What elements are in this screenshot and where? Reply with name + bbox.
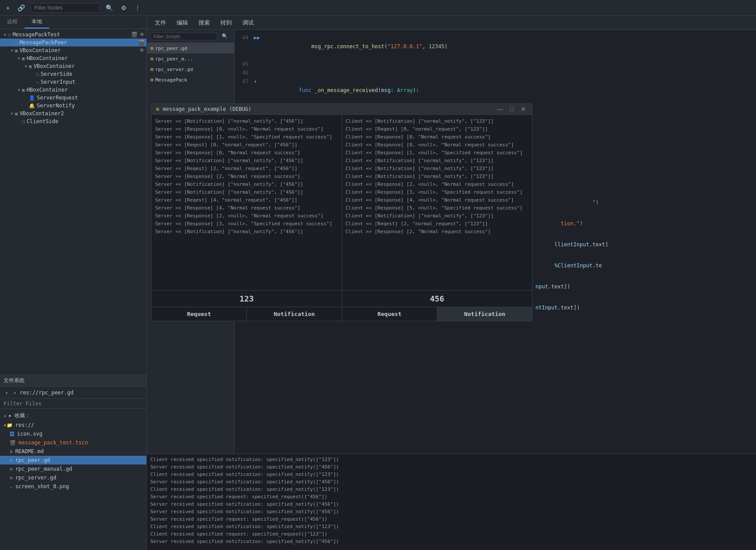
tree-item-hboxcontainer1[interactable]: ▾ ▣ HBoxContainer — [0, 54, 146, 62]
more-button[interactable]: ⋮ — [132, 3, 143, 13]
menu-file[interactable]: 文件 — [150, 17, 170, 28]
tree-item-hboxcontainer2[interactable]: ▾ ▣ HBoxContainer — [0, 86, 146, 94]
right-panel: 文件 编辑 搜索 转到 调试 🔍 ⚙ rpc_peer.gd ⚙ — [147, 16, 756, 550]
fs-path: res://rpc_peer.gd — [20, 390, 74, 396]
tree-item-servernotify[interactable]: 🔔 ServerNotify — [0, 102, 146, 110]
debug-footer: 123 456 — [152, 290, 532, 307]
tree-arrow: ▾ — [16, 87, 22, 93]
vbox-icon: ▣ — [15, 111, 18, 117]
fs-item-res[interactable]: ▾📁 res:// — [0, 421, 146, 429]
tab-local[interactable]: 本地 — [25, 16, 49, 28]
output-line-11: Server received specified notification: … — [150, 538, 752, 545]
script-filter-input[interactable] — [150, 32, 217, 40]
tree-item-serverrequest[interactable]: 👤 ServerRequest — [0, 94, 146, 102]
node-icon: ○ — [8, 32, 11, 38]
output-line-3: Server received specified notification: … — [150, 478, 752, 486]
debug-rlog-7: Client << [Notification] ["normal_notify… — [346, 173, 529, 181]
main-layout: 远程 本地 ▾ ○ MessagePackTest 🎬 👁 — [0, 16, 756, 550]
tree-item-vboxcontainer2[interactable]: ▾ ▣ VBoxContainer — [0, 62, 146, 70]
tree-item-clientside[interactable]: □ ClientSide — [0, 117, 146, 125]
tree-item-messagepackpeer[interactable]: ○ MessagePackPeer 🎬 — [0, 39, 146, 46]
tree-item-serverinput[interactable]: — ServerInput — [0, 78, 146, 86]
debug-rlog-10: Client << [Response] [4, <null>, "Normal… — [346, 196, 529, 204]
debug-log-1: Server << [Response] [0, <null>, "Normal… — [155, 125, 338, 133]
script-item-rpc-server[interactable]: ⚙ rpc_server.gd — [147, 64, 234, 75]
tab-remote[interactable]: 远程 — [0, 16, 25, 28]
fs-item-icon-svg[interactable]: 🖼 icon.svg — [0, 429, 146, 438]
fs-item-rpc-peer-manual[interactable]: ⚙ rpc_peer_manual.gd — [0, 465, 146, 473]
script-list-header: 🔍 — [147, 30, 234, 43]
debug-tab-request-left[interactable]: Request — [152, 307, 247, 321]
script-search-icon[interactable]: 🔍 — [219, 32, 231, 41]
tscn-file-icon: 🎬 — [10, 440, 16, 446]
debug-log-13: Server << [Response] [3, <null>, "Specif… — [155, 220, 338, 228]
folder-icon: ▾📁 — [4, 422, 13, 428]
debug-log-14: Server << [Notification] ["normal_notify… — [155, 228, 338, 236]
settings-button[interactable]: ⚙ — [118, 3, 129, 13]
fs-favorites: ★ ★ 收藏： — [0, 411, 146, 421]
debug-rlog-0: Client << [Notification] ["normal_notify… — [346, 117, 529, 125]
menu-goto[interactable]: 转到 — [216, 17, 236, 28]
debug-tab-notification-right[interactable]: Notification — [437, 307, 532, 321]
script-icon: 🎬 — [138, 39, 145, 46]
debug-log-9: Server << [Notification] ["normal_notify… — [155, 188, 338, 196]
debug-right-pane: Client << [Notification] ["normal_notify… — [342, 115, 532, 290]
tree-arrow: ▾ — [2, 32, 8, 38]
debug-title-icon: ⚙ — [156, 106, 159, 112]
filter-nodes-input[interactable] — [30, 3, 100, 13]
debug-tab-notification-left[interactable]: Notification — [247, 307, 342, 321]
debug-rlog-1: Client << [Reqest] [0, "normal_request",… — [346, 125, 529, 133]
eye-icon: 👁 — [139, 47, 145, 53]
star-icon: ★ — [4, 413, 7, 419]
fs-item-screenshot[interactable]: — screen_shot_0.png — [0, 482, 146, 491]
menu-debug[interactable]: 调试 — [238, 17, 258, 28]
add-button[interactable]: + — [4, 3, 12, 13]
code-line-44: 44 ▶▶ msg_rpc.connect_to_host("127.0.0.1… — [234, 33, 756, 60]
fs-item-tscn[interactable]: 🎬 message_pack_test.tscn — [0, 438, 146, 447]
script-file-icon: ⚙ — [150, 45, 153, 51]
fs-item-rpc-peer[interactable]: ⚙ rpc_peer.gd — [0, 456, 146, 465]
menu-search[interactable]: 搜索 — [194, 17, 214, 28]
search-button[interactable]: 🔍 — [103, 3, 116, 13]
menu-edit[interactable]: 编辑 — [172, 17, 192, 28]
debug-rlog-11: Client << [Response] [5, <null>, "Specif… — [346, 204, 529, 212]
tree-item-serverside[interactable]: □ ServerSide — [0, 70, 146, 78]
debug-log-8: Server << [Notification] ["normal_notify… — [155, 181, 338, 188]
debug-rlog-5: Client << [Notification] ["normal_notify… — [346, 157, 529, 165]
hbox-icon: ▣ — [22, 56, 25, 61]
debug-tab-request-right[interactable]: Request — [342, 307, 437, 321]
debug-rlog-3: Client << [Response] [0, <null>, "Normal… — [346, 141, 529, 149]
debug-minimize-button[interactable]: — — [495, 106, 505, 113]
output-line-0: Client received specified notification: … — [150, 456, 752, 463]
script-file-icon: ⚙ — [150, 66, 153, 72]
debug-rlog-6: Client << [Notification] ["normal_notify… — [346, 165, 529, 173]
output-line-7: Server received specified notification: … — [150, 508, 752, 515]
eye-icon: 👁 — [139, 32, 145, 38]
link-button[interactable]: 🔗 — [15, 3, 28, 13]
output-line-8: Server received specified request: speci… — [150, 515, 752, 523]
debug-log-7: Server >> [Response] [2, "Normal request… — [155, 173, 338, 181]
scene-tree: ▾ ○ MessagePackTest 🎬 👁 ○ MessagePackPee… — [0, 29, 146, 375]
tree-item-vboxcontainer[interactable]: ▾ ▣ VBoxContainer 👁 — [0, 46, 146, 54]
png-file-icon: — — [10, 484, 13, 490]
tree-arrow: ▾ — [16, 55, 22, 61]
debug-log-10: Server << [Reqest] [4, "normal_request",… — [155, 196, 338, 204]
tree-item-messagepacktest[interactable]: ▾ ○ MessagePackTest 🎬 👁 — [0, 31, 146, 39]
debug-rlog-4: Client << [Response] [1, <null>, "Specif… — [346, 149, 529, 157]
fs-item-readme[interactable]: ⚙ README.md — [0, 447, 146, 456]
fs-item-rpc-server[interactable]: ⚙ rpc_server.gd — [0, 473, 146, 482]
debug-rlog-12: Client << [Notification] ["normal_notify… — [346, 212, 529, 220]
debug-maximize-button[interactable]: □ — [508, 106, 515, 113]
nav-forward[interactable]: › — [11, 388, 18, 397]
debug-title-text: message_pack_example (DEBUG) — [163, 106, 491, 112]
panel-icon: □ — [36, 71, 39, 77]
tree-item-vboxcontainer3[interactable]: ▾ ▣ VBoxContainer2 — [0, 110, 146, 117]
script-item-rpc-peer-m[interactable]: ⚙ rpc_peer_m... — [147, 53, 234, 64]
person-icon: 👤 — [29, 95, 35, 101]
script-item-rpc-peer[interactable]: ⚙ rpc_peer.gd — [147, 43, 234, 53]
left-panel: 远程 本地 ▾ ○ MessagePackTest 🎬 👁 — [0, 16, 147, 550]
nav-back[interactable]: ‹ — [4, 388, 10, 397]
debug-close-button[interactable]: ✕ — [519, 106, 528, 113]
script-item-messagepack[interactable]: ⚙ MessagePack — [147, 75, 234, 85]
debug-rlog-14: Client >> [Response] [2, "Normal request… — [346, 228, 529, 236]
